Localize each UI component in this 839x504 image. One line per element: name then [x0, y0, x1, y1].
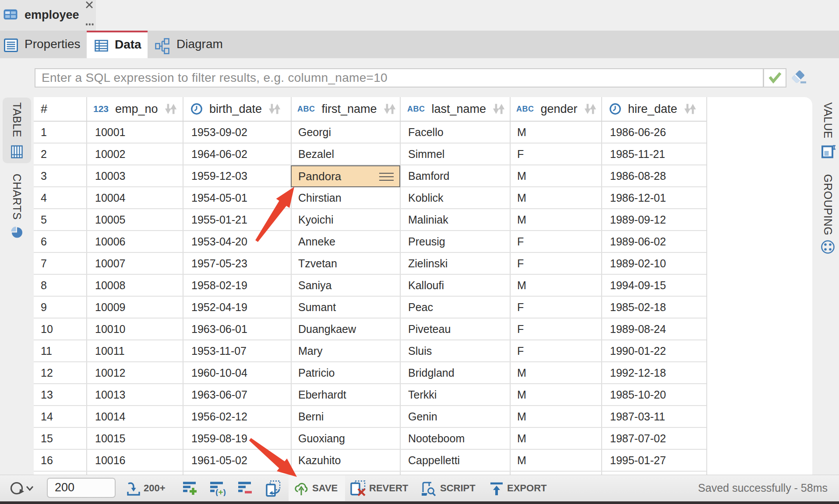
svg-text:): ) — [223, 487, 226, 496]
svg-text:+: + — [219, 487, 223, 496]
